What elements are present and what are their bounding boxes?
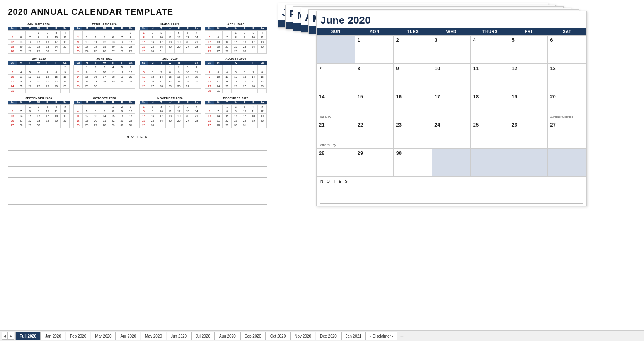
mini-cal-cell: 3: [240, 105, 249, 109]
monthly-cal-cell: 9: [394, 64, 432, 92]
mini-cal-cell: 13: [109, 40, 118, 45]
mini-cal-header-R: R: [109, 101, 118, 105]
mini-cal-cell: [126, 84, 135, 88]
tab-aug-2020[interactable]: Aug 2020: [215, 332, 240, 340]
mini-cal-cell: [214, 105, 223, 109]
tab-nov-2020[interactable]: Nov 2020: [290, 332, 315, 340]
tab-sep-2020[interactable]: Sep 2020: [240, 332, 266, 340]
mini-cal-cell: 10: [8, 74, 17, 79]
june-title: June 2020: [317, 11, 586, 28]
mini-cal-cell: 20: [183, 40, 192, 45]
mini-cal-cell: 9: [205, 74, 214, 79]
mini-cal-cell: 25: [258, 45, 267, 49]
mini-cal-cell: 11: [17, 74, 26, 79]
mini-cal-cell: 4: [166, 31, 175, 35]
mini-cal-cell: 5: [8, 35, 17, 40]
mini-cal-cell: 19: [174, 114, 183, 118]
monthly-cal-cell: [317, 36, 355, 63]
tab-dec-2020[interactable]: Dec 2020: [316, 332, 341, 340]
mini-cal-cell: [223, 31, 232, 35]
mini-cal-header-R: R: [174, 101, 183, 105]
mini-cal-cell: 19: [118, 74, 126, 79]
mini-cal-header-W: W: [232, 61, 240, 65]
mini-cal-cell: 14: [192, 35, 201, 40]
mini-cal-cell: 8: [166, 70, 175, 74]
tab---disclaimer--[interactable]: - Disclaimer -: [366, 332, 397, 340]
tab-feb-2020[interactable]: Feb 2020: [66, 332, 90, 340]
tab-jul-2020[interactable]: Jul 2020: [191, 332, 215, 340]
mini-cal-cell: 6: [126, 65, 135, 70]
mini-cal-cell: [249, 65, 258, 70]
tab-nav-prev[interactable]: ◀: [2, 332, 8, 340]
tab-jan-2021[interactable]: Jan 2021: [341, 332, 366, 340]
mini-cal-cell: 4: [223, 70, 232, 74]
mini-cal-cell: 25: [249, 118, 258, 123]
mini-cal-cell: 3: [8, 70, 17, 74]
mini-cal-cell: [205, 31, 214, 35]
mini-cal-header-F: F: [52, 61, 61, 65]
mini-cal-cell: 19: [205, 45, 214, 49]
mini-cal-cell: 25: [223, 84, 232, 88]
mini-cal-header-R: R: [43, 61, 52, 65]
mini-cal-header-M: M: [82, 101, 91, 105]
mini-cal-header-M: M: [148, 27, 157, 31]
mini-cal-cell: 21: [192, 114, 201, 118]
tab-add-button[interactable]: +: [398, 332, 406, 340]
mini-cal-cell: 26: [232, 84, 240, 88]
monthly-cal-cell: 7: [317, 64, 355, 92]
mini-cal-cell: 14: [100, 114, 109, 118]
mini-cal-cell: 16: [232, 114, 240, 118]
mini-cal-cell: 15: [258, 74, 267, 79]
monthly-cal-cell: 10: [432, 64, 471, 92]
mini-cal-cell: 5: [232, 70, 240, 74]
mini-cal-cell: 11: [109, 70, 118, 74]
mini-cal-cell: 2: [61, 65, 70, 70]
mini-cal-cell: 2: [148, 31, 157, 35]
mini-cal-cell: 23: [34, 118, 43, 123]
mini-cal-cell: 13: [205, 114, 214, 118]
tab-mar-2020[interactable]: Mar 2020: [91, 332, 116, 340]
mini-cal-cell: 8: [34, 35, 43, 40]
mini-cal-title: FEBRUARY 2020: [73, 22, 135, 26]
tab-jun-2020[interactable]: Jun 2020: [167, 332, 191, 340]
mini-cal-cell: 16: [91, 74, 100, 79]
tab-may-2020[interactable]: May 2020: [141, 332, 166, 340]
mini-cal-cell: 7: [74, 70, 83, 74]
mini-cal-cell: 18: [61, 40, 70, 45]
mini-cal-cell: 9: [174, 70, 183, 74]
tab-full-2020[interactable]: Full 2020: [15, 332, 41, 340]
mini-cal-cell: 23: [240, 45, 249, 49]
mini-cal-header-T: T: [91, 27, 100, 31]
mini-cal-cell: 21: [100, 118, 109, 123]
tab-nav-next[interactable]: ▶: [8, 332, 14, 340]
mini-cal-cell: 8: [140, 35, 148, 40]
jun-fri: FRI: [509, 28, 548, 35]
mini-cal-cell: [82, 105, 91, 109]
mini-cal-cell: [258, 88, 267, 93]
notes-line: [8, 156, 267, 161]
mini-cal-cell: 28: [192, 45, 201, 49]
mini-cal-cell: 22: [26, 118, 34, 123]
tab-jan-2020[interactable]: Jan 2020: [41, 332, 65, 340]
mini-cal-cell: 22: [223, 118, 232, 123]
mini-cal-cell: 2: [174, 65, 183, 70]
mini-cal-cell: 15: [52, 74, 61, 79]
tab-oct-2020[interactable]: Oct 2020: [266, 332, 290, 340]
mini-cal-title: JULY 2020: [139, 57, 201, 60]
monthly-cal-cell: 30: [394, 149, 432, 176]
mini-cal-header-W: W: [232, 27, 240, 31]
mini-cal-cell: 20: [109, 45, 118, 49]
mini-cal-cell: 8: [258, 70, 267, 74]
mini-cal-cell: 7: [214, 109, 223, 114]
mini-cal-cell: 25: [109, 79, 118, 84]
mini-cal-cell: 14: [26, 40, 34, 45]
tab-apr-2020[interactable]: Apr 2020: [116, 332, 140, 340]
mini-cal-cell: 23: [61, 79, 70, 84]
mini-cal-header-W: W: [166, 27, 175, 31]
mini-cal-header-M: M: [214, 61, 223, 65]
monthly-cal-cell: [432, 149, 471, 176]
mini-cal-cell: 7: [26, 35, 34, 40]
mini-cal-header-Sa: Sa: [126, 27, 135, 31]
mini-cal-cell: 6: [240, 70, 249, 74]
mini-cal-cell: 17: [157, 40, 166, 45]
